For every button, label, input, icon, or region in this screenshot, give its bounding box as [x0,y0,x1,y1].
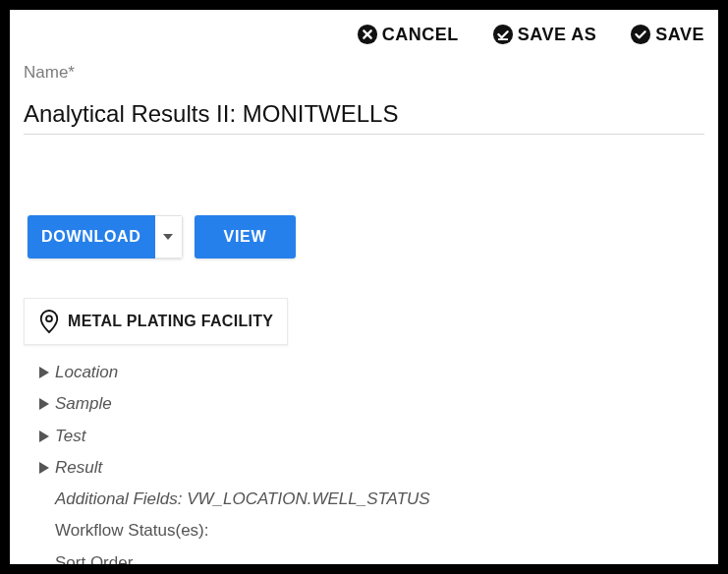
cancel-icon [357,24,378,45]
editor-panel: CANCEL SAVE AS SAVE Name* DOWNLOAD [10,10,718,564]
tree-workflow-status: Workflow Status(es): [39,515,718,546]
location-pin-icon [38,309,60,334]
name-input-wrap [24,100,704,135]
tree-additional-fields: Additional Fields: VW_LOCATION.WELL_STAT… [39,484,718,515]
svg-rect-2 [498,38,508,40]
config-tree: Location Sample Test Result Additional F… [10,345,718,564]
save-label: SAVE [655,25,704,45]
name-label: Name* [24,63,704,83]
tree-node-test: Test [39,421,718,452]
save-as-button[interactable]: SAVE AS [492,24,597,45]
svg-point-3 [631,25,650,44]
tree-label: Sort Order [55,547,133,564]
tree-label: Additional Fields: VW_LOCATION.WELL_STAT… [55,484,430,515]
expand-icon[interactable] [39,430,49,442]
expand-icon[interactable] [39,398,49,410]
view-button[interactable]: VIEW [195,215,297,258]
view-group: VIEW [195,215,297,258]
svg-point-1 [493,25,513,44]
tree-node-location: Location [39,357,718,388]
action-bar: CANCEL SAVE AS SAVE [10,10,718,55]
download-button[interactable]: DOWNLOAD [28,215,155,258]
expand-icon[interactable] [39,367,49,378]
download-group: DOWNLOAD [28,215,183,258]
tree-node-result: Result [39,452,718,484]
tree-label: Workflow Status(es): [55,515,209,546]
facility-chip[interactable]: METAL PLATING FACILITY [24,298,288,345]
cancel-label: CANCEL [382,25,459,45]
save-as-label: SAVE AS [518,25,597,45]
save-as-icon [492,24,514,45]
tree-label: Location [55,357,118,388]
svg-point-4 [46,316,52,321]
tree-node-sample: Sample [39,388,718,420]
check-circle-icon [630,24,651,45]
save-button[interactable]: SAVE [630,24,704,45]
action-button-row: DOWNLOAD VIEW [10,215,718,258]
tree-label: Test [55,421,86,452]
name-input[interactable] [24,100,704,128]
chevron-down-icon [163,234,173,240]
facility-chip-label: METAL PLATING FACILITY [68,313,273,330]
name-field-group: Name* [10,55,718,135]
expand-icon[interactable] [39,462,49,474]
cancel-button[interactable]: CANCEL [357,24,459,45]
tree-label: Sample [55,388,112,420]
download-dropdown-toggle[interactable] [155,215,183,258]
tree-label: Result [55,452,102,484]
tree-sort-order: Sort Order [39,547,718,564]
